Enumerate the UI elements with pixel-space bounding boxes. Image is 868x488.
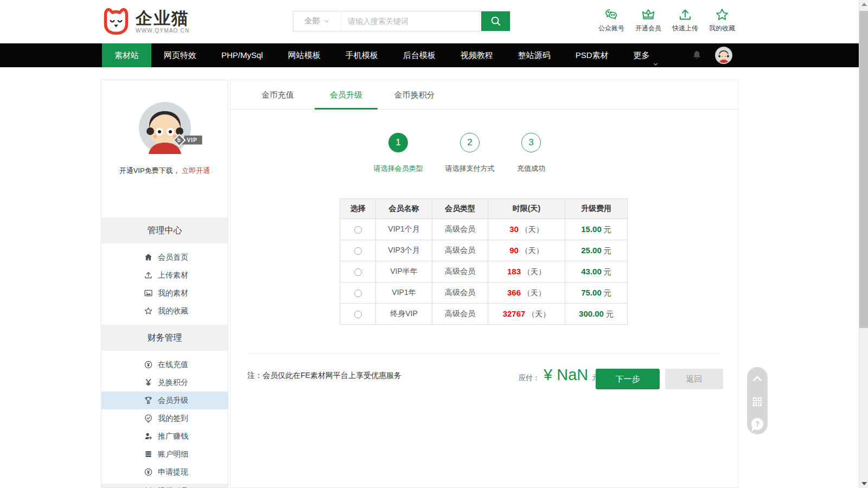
open-vip-link[interactable]: 立即开通 (182, 166, 210, 175)
nav-item-7[interactable]: 整站源码 (506, 43, 563, 67)
sidebar-item[interactable]: 在线充值 (101, 356, 228, 374)
next-step-button[interactable]: 下一步 (596, 369, 660, 389)
sidebar-item[interactable]: 我的签到 (101, 409, 228, 427)
quick-links: 公众账号开通会员快速上传我的收藏 (593, 7, 741, 33)
site-logo[interactable]: 企业猫 WWW.QYMAO.CN (101, 7, 189, 35)
brand-url: WWW.QYMAO.CN (136, 28, 189, 34)
nav-item-label: PSD素材 (576, 43, 609, 67)
days-cell: 90（天） (488, 240, 565, 261)
member-type-cell: 高级会员 (432, 304, 488, 325)
sidebar-item[interactable]: 兑换积分 (101, 374, 228, 391)
quick-link-wechat[interactable]: 公众账号 (593, 7, 630, 33)
sidebar-section-list-0: 会员首页上传素材我的素材我的收藏 (101, 243, 228, 325)
step-circle: 2 (460, 133, 480, 152)
nav-item-label: 网页特效 (164, 43, 196, 67)
table-header-row: 选择会员名称会员类型时限(天)升级费用 (340, 199, 628, 219)
chevron-down-icon (653, 53, 659, 59)
avatar-face (716, 48, 731, 63)
payment-summary: 应付： ¥ NaN 元 (519, 366, 599, 384)
radio-button[interactable] (354, 268, 362, 276)
radio-button[interactable] (354, 226, 362, 234)
nav-item-6[interactable]: 视频教程 (448, 43, 506, 67)
upload-icon (678, 7, 693, 22)
radio-button[interactable] (354, 290, 362, 297)
scrollbar-thumb[interactable] (859, 11, 868, 328)
days-cell: 366（天） (488, 282, 565, 304)
wechat-icon (604, 7, 619, 22)
nav-item-9[interactable]: 更多 (621, 43, 671, 67)
quick-link-label: 开通会员 (635, 24, 661, 33)
scrollbar (859, 0, 868, 488)
main-panel: 金币充值会员升级金币换积分 1请选择会员类型2请选择支付方式3充值成功 选择会员… (230, 80, 738, 488)
days-unit: （天） (523, 288, 546, 297)
quick-link-crown[interactable]: 开通会员 (630, 7, 667, 33)
nav-item-5[interactable]: 后台模板 (391, 43, 448, 67)
search-button[interactable] (481, 11, 510, 31)
nav-item-label: 视频教程 (461, 43, 493, 67)
search-category-select[interactable]: 全部 (293, 11, 341, 31)
price-unit: 元 (606, 310, 614, 318)
quick-link-star[interactable]: 我的收藏 (704, 7, 741, 33)
days-value: 90 (509, 246, 519, 255)
sidebar-item-label: 上传素材 (158, 271, 188, 280)
floating-toolbar: ? (747, 367, 768, 434)
user-avatar[interactable] (715, 47, 732, 64)
nav-item-0[interactable]: 素材站 (102, 43, 151, 67)
sidebar-item[interactable]: 推广赚钱 (101, 427, 228, 445)
price-unit: 元 (604, 288, 611, 297)
main-nav: 素材站网页特效PHP/MySql网站模板手机模板后台模板视频教程整站源码PSD素… (0, 43, 868, 67)
table-row: VIP1个月高级会员30（天）15.00元 (340, 219, 628, 240)
sidebar-item-label: 我的签到 (158, 414, 188, 423)
select-cell (340, 240, 376, 261)
profile-avatar: b VIP (139, 102, 191, 154)
radio-button[interactable] (354, 247, 362, 255)
days-cell: 183（天） (488, 261, 565, 282)
nav-item-4[interactable]: 手机模板 (333, 43, 391, 67)
quick-link-upload[interactable]: 快速上传 (667, 7, 704, 33)
sidebar-item-label: 推广赚钱 (158, 432, 188, 441)
back-to-top-button[interactable] (751, 372, 764, 385)
sidebar-item[interactable]: 会员首页 (101, 248, 228, 266)
qr-code-button[interactable] (751, 395, 764, 408)
coin-icon (144, 360, 153, 369)
sidebar-section-list-1: 在线充值兑换积分会员升级我的签到推广赚钱账户明细申请提现提现记录 (101, 351, 228, 488)
coin-icon (144, 467, 153, 477)
tab-2[interactable]: 金币换积分 (380, 80, 449, 109)
tab-bar: 金币充值会员升级金币换积分 (231, 80, 738, 110)
radio-button[interactable] (354, 311, 362, 318)
sidebar-item-label: 兑换积分 (158, 378, 188, 388)
coins-icon (144, 450, 153, 459)
member-name-cell: 终身VIP (376, 304, 432, 325)
nav-item-3[interactable]: 网站模板 (276, 43, 333, 67)
sidebar-item[interactable]: 上传素材 (101, 266, 228, 284)
price-value: 300.00 (579, 309, 604, 318)
search-input[interactable] (341, 11, 481, 31)
sidebar-item[interactable]: 会员升级 (101, 391, 228, 409)
price-value: 75.00 (581, 288, 602, 297)
help-button[interactable]: ? (751, 418, 763, 430)
star-icon (714, 7, 730, 22)
nav-item-2[interactable]: PHP/MySql (209, 43, 276, 67)
payment-label: 应付： (519, 373, 540, 383)
scrollbar-down-arrow[interactable] (861, 482, 867, 485)
tab-1[interactable]: 会员升级 (312, 80, 380, 109)
sidebar-item[interactable]: 申请提现 (101, 463, 228, 481)
back-button[interactable]: 返回 (665, 369, 723, 389)
profile-card: b VIP 开通VIP免费下载， 立即开通 (101, 102, 228, 217)
nav-item-8[interactable]: PSD素材 (563, 43, 621, 67)
price-unit: 元 (604, 225, 611, 234)
membership-table: 选择会员名称会员类型时限(天)升级费用VIP1个月高级会员30（天）15.00元… (340, 198, 628, 325)
vip-promo-text: 开通VIP免费下载， (119, 166, 180, 175)
top-header: 企业猫 WWW.QYMAO.CN 全部 公众账号开通会员快速上传我的收藏 (0, 0, 868, 43)
price-cell: 25.00元 (565, 240, 628, 261)
notifications-button[interactable] (686, 43, 707, 67)
sidebar-sections: 管理中心会员首页上传素材我的素材我的收藏财务管理在线充值兑换积分会员升级我的签到… (101, 217, 228, 488)
vip-badge-letter: b (177, 137, 181, 143)
sidebar-item[interactable]: 我的收藏 (101, 302, 228, 320)
scrollbar-up-arrow[interactable] (861, 3, 867, 6)
table-row: VIP3个月高级会员90（天）25.00元 (340, 240, 628, 261)
tab-0[interactable]: 金币充值 (244, 80, 312, 109)
nav-item-1[interactable]: 网页特效 (151, 43, 209, 67)
sidebar-item[interactable]: 账户明细 (101, 445, 228, 463)
sidebar-item[interactable]: 我的素材 (101, 284, 228, 302)
